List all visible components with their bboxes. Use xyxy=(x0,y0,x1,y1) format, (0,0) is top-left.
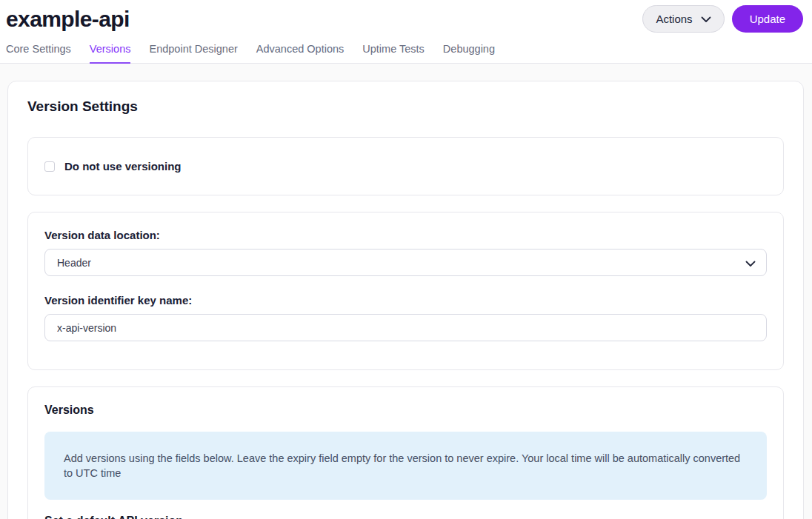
tab-versions[interactable]: Versions xyxy=(90,43,131,64)
tab-endpoint-designer[interactable]: Endpoint Designer xyxy=(149,43,237,64)
actions-button-label: Actions xyxy=(656,13,692,25)
versions-card-title: Versions xyxy=(44,404,767,417)
tab-debugging[interactable]: Debugging xyxy=(443,43,495,64)
chevron-down-icon xyxy=(701,13,711,25)
version-data-location-field: Version data location: Header xyxy=(44,229,767,276)
tab-advanced-options[interactable]: Advanced Options xyxy=(256,43,345,64)
actions-button[interactable]: Actions xyxy=(642,5,724,33)
topbar-actions: Actions Update xyxy=(642,5,803,33)
version-data-location-selected-value: Header xyxy=(57,257,91,269)
tab-bar: Core Settings Versions Endpoint Designer… xyxy=(0,33,812,64)
version-data-location-select[interactable]: Header xyxy=(44,249,767,276)
version-data-location-label: Version data location: xyxy=(44,229,767,241)
page-title: Version Settings xyxy=(27,98,784,115)
api-title: example-api xyxy=(6,7,130,32)
tab-uptime-tests[interactable]: Uptime Tests xyxy=(362,43,425,64)
version-location-card: Version data location: Header Version id… xyxy=(27,212,784,370)
update-button[interactable]: Update xyxy=(732,5,803,33)
versioning-toggle-card: Do not use versioning xyxy=(27,137,784,195)
versions-card: Versions Add versions using the fields b… xyxy=(27,386,784,519)
chevron-down-icon xyxy=(745,258,756,269)
do-not-use-versioning-label[interactable]: Do not use versioning xyxy=(64,160,182,173)
default-api-version-heading: Set a default API version xyxy=(44,515,767,519)
page-header: example-api Actions Update Core Settings… xyxy=(0,0,812,64)
version-settings-card: Version Settings Do not use versioning V… xyxy=(7,81,804,519)
tab-core-settings[interactable]: Core Settings xyxy=(6,43,71,64)
version-identifier-label: Version identifier key name: xyxy=(44,294,767,307)
versions-info-banner: Add versions using the fields below. Lea… xyxy=(44,432,767,500)
topbar: example-api Actions Update xyxy=(0,0,812,33)
versioning-checkbox-row: Do not use versioning xyxy=(44,160,767,173)
version-identifier-field: Version identifier key name: xyxy=(44,294,767,341)
version-identifier-input[interactable] xyxy=(44,314,767,341)
do-not-use-versioning-checkbox[interactable] xyxy=(44,161,55,172)
